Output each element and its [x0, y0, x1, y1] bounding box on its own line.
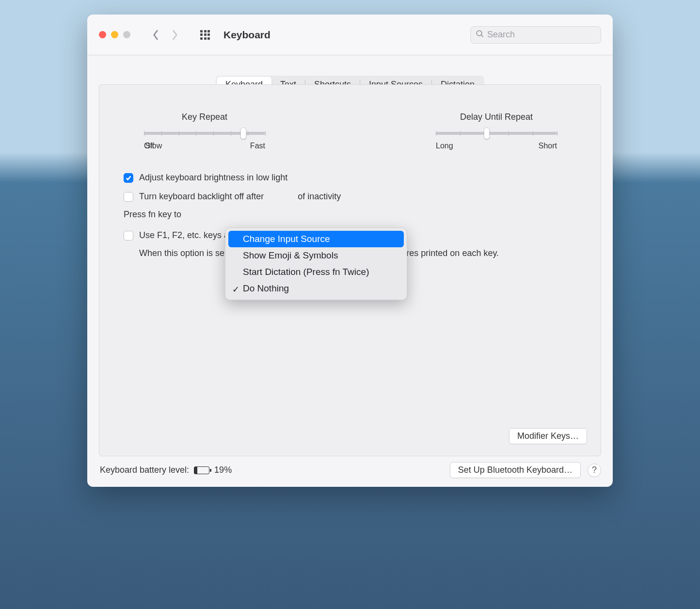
- modifier-keys-wrap: Modifier Keys…: [509, 428, 587, 444]
- backlight-off-suffix: of inactivity: [298, 192, 341, 201]
- titlebar: Keyboard: [87, 15, 613, 55]
- battery-icon: [194, 466, 209, 474]
- search-field-wrap: [470, 26, 601, 44]
- nav-buttons: [152, 30, 179, 40]
- dropdown-option-label: Do Nothing: [243, 283, 289, 293]
- footer: Keyboard battery level: 19% Set Up Bluet…: [99, 456, 601, 475]
- key-repeat-slow-label: Slow: [145, 142, 162, 150]
- setup-bluetooth-button[interactable]: Set Up Bluetooth Keyboard…: [450, 462, 581, 478]
- key-repeat-slider-group: Key Repeat Off Slow: [125, 112, 285, 150]
- delay-until-repeat-labels: Long Short: [436, 142, 557, 150]
- backlight-off-label: Turn keyboard backlight off after of ina…: [139, 191, 341, 203]
- sliders-row: Key Repeat Off Slow: [124, 112, 576, 150]
- delay-until-repeat-slider[interactable]: [436, 132, 557, 135]
- forward-button[interactable]: [171, 30, 179, 40]
- dropdown-option-label: Start Dictation (Press fn Twice): [243, 267, 369, 277]
- delay-until-repeat-label: Delay Until Repeat: [416, 112, 576, 122]
- press-fn-label: Press fn key to: [124, 209, 181, 219]
- key-repeat-slider[interactable]: [144, 132, 265, 135]
- adjust-brightness-row: Adjust keyboard brightness in low light: [124, 172, 576, 184]
- dropdown-option-change-input-source[interactable]: Change Input Source: [228, 231, 404, 247]
- delay-short-label: Short: [539, 142, 557, 150]
- dropdown-option-start-dictation[interactable]: Start Dictation (Press fn Twice): [228, 264, 404, 280]
- window-title: Keyboard: [223, 29, 270, 41]
- backlight-off-checkbox[interactable]: [124, 192, 133, 202]
- search-input[interactable]: [487, 30, 600, 40]
- back-button[interactable]: [152, 30, 159, 40]
- maximize-button[interactable]: [123, 31, 130, 38]
- press-fn-row: Press fn key to: [124, 209, 576, 220]
- delay-until-repeat-thumb[interactable]: [484, 128, 490, 139]
- dropdown-option-do-nothing[interactable]: ✓ Do Nothing: [228, 280, 404, 297]
- content-area: Keyboard Text Shortcuts Input Sources Di…: [87, 55, 613, 487]
- delay-long-label: Long: [436, 142, 453, 150]
- battery-percent: 19%: [214, 465, 232, 475]
- dropdown-option-show-emoji[interactable]: Show Emoji & Symbols: [228, 247, 404, 264]
- search-icon: [476, 30, 484, 40]
- key-repeat-fast-label: Fast: [250, 142, 265, 150]
- dropdown-option-label: Change Input Source: [243, 234, 330, 244]
- footer-right: Set Up Bluetooth Keyboard… ?: [450, 462, 601, 478]
- adjust-brightness-checkbox[interactable]: [124, 173, 133, 183]
- backlight-off-row: Turn keyboard backlight off after of ina…: [124, 191, 576, 203]
- dropdown-option-label: Show Emoji & Symbols: [243, 250, 338, 260]
- help-button[interactable]: ?: [588, 464, 601, 477]
- adjust-brightness-label: Adjust keyboard brightness in low light: [139, 172, 287, 184]
- battery-fill: [194, 467, 197, 474]
- modifier-keys-button[interactable]: Modifier Keys…: [509, 428, 587, 444]
- key-repeat-thumb[interactable]: [240, 128, 246, 139]
- checkmark-icon: ✓: [232, 284, 239, 295]
- backlight-off-prefix: Turn keyboard backlight off after: [139, 192, 264, 201]
- battery-label: Keyboard battery level:: [100, 465, 189, 475]
- use-fkeys-checkbox[interactable]: [124, 231, 133, 240]
- traffic-lights: [99, 31, 130, 38]
- key-repeat-label: Key Repeat: [125, 112, 285, 122]
- minimize-button[interactable]: [111, 31, 118, 38]
- keyboard-preferences-window: Keyboard Keyboard Text Shortcuts Input S…: [87, 15, 613, 487]
- delay-until-repeat-slider-group: Delay Until Repeat Long Short: [416, 112, 576, 150]
- key-repeat-labels: Off Slow Fast: [144, 142, 265, 150]
- show-all-icon[interactable]: [200, 30, 210, 40]
- fn-key-dropdown[interactable]: Change Input Source Show Emoji & Symbols…: [225, 227, 407, 300]
- close-button[interactable]: [99, 31, 106, 38]
